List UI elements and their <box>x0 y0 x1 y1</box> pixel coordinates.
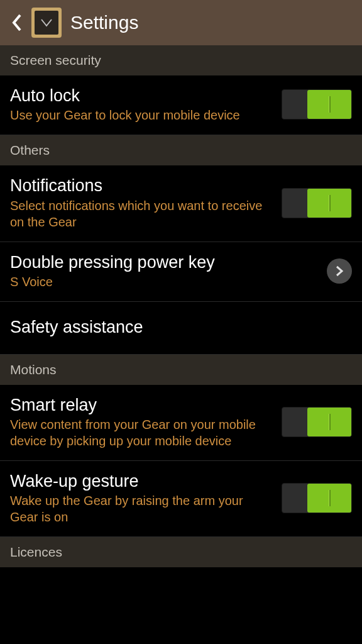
chevron-left-icon <box>10 13 23 33</box>
toggle-knob <box>307 189 351 218</box>
toggle-indicator-icon <box>329 490 331 506</box>
app-header: Settings <box>0 0 362 45</box>
item-title: Auto lock <box>10 86 274 106</box>
toggle-wake-up[interactable] <box>282 483 352 513</box>
item-notifications[interactable]: Notifications Select notifications which… <box>0 165 362 242</box>
item-wake-up-gesture[interactable]: Wake-up gesture Wake up the Gear by rais… <box>0 461 362 537</box>
watch-face-icon <box>38 14 55 31</box>
back-button[interactable] <box>6 13 26 33</box>
toggle-smart-relay[interactable] <box>282 407 352 437</box>
item-text: Auto lock Use your Gear to lock your mob… <box>10 86 282 123</box>
toggle-knob <box>307 484 351 513</box>
toggle-indicator-icon <box>329 414 331 430</box>
section-screen-security: Screen security <box>0 45 362 75</box>
item-text: Smart relay View content from your Gear … <box>10 395 282 449</box>
section-licences: Licences <box>0 537 362 567</box>
item-text: Wake-up gesture Wake up the Gear by rais… <box>10 471 282 525</box>
item-title: Double pressing power key <box>10 252 319 272</box>
toggle-notifications[interactable] <box>282 188 352 218</box>
item-auto-lock[interactable]: Auto lock Use your Gear to lock your mob… <box>0 75 362 135</box>
chevron-right-button[interactable] <box>327 258 352 284</box>
chevron-right-icon <box>335 265 344 277</box>
item-subtitle: S Voice <box>10 274 319 290</box>
app-icon <box>31 8 62 38</box>
item-text: Safety assistance <box>10 317 352 338</box>
toggle-auto-lock[interactable] <box>282 89 352 119</box>
toggle-knob <box>307 90 351 119</box>
toggle-knob <box>307 408 351 436</box>
item-subtitle: Use your Gear to lock your mobile device <box>10 107 274 123</box>
toggle-indicator-icon <box>329 195 331 211</box>
toggle-indicator-icon <box>329 96 331 113</box>
item-safety-assistance[interactable]: Safety assistance <box>0 302 362 354</box>
item-text: Double pressing power key S Voice <box>10 252 327 290</box>
section-others: Others <box>0 135 362 165</box>
item-title: Safety assistance <box>10 317 344 337</box>
page-title: Settings <box>70 12 138 33</box>
item-title: Wake-up gesture <box>10 471 274 491</box>
section-motions: Motions <box>0 355 362 385</box>
item-title: Smart relay <box>10 395 274 415</box>
item-smart-relay[interactable]: Smart relay View content from your Gear … <box>0 385 362 461</box>
item-subtitle: Select notifications which you want to r… <box>10 197 274 230</box>
item-double-press[interactable]: Double pressing power key S Voice <box>0 242 362 302</box>
item-text: Notifications Select notifications which… <box>10 175 282 230</box>
item-title: Notifications <box>10 175 274 196</box>
item-subtitle: Wake up the Gear by raising the arm your… <box>10 492 274 525</box>
item-subtitle: View content from your Gear on your mobi… <box>10 416 274 449</box>
